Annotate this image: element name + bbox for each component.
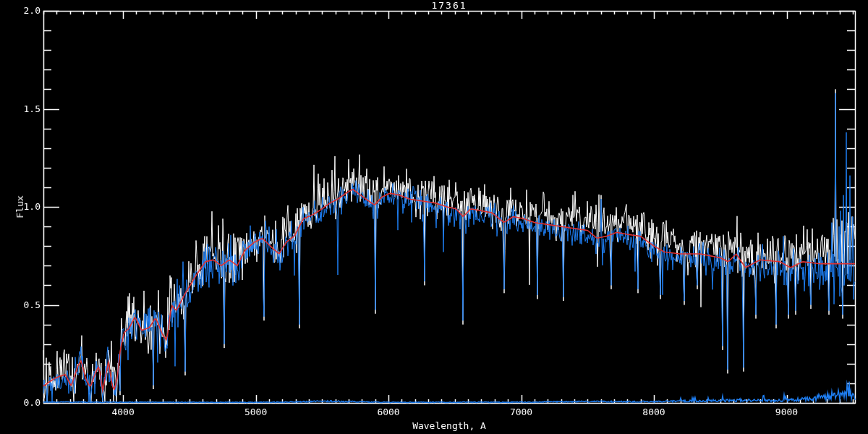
x-tick-label: 4000 — [100, 407, 146, 418]
y-tick-label: 1.0 — [6, 201, 41, 213]
y-tick-label: 0.0 — [6, 397, 41, 409]
x-tick-label: 7000 — [498, 407, 545, 418]
x-axis-title: Wavelength, A — [43, 420, 855, 432]
x-tick-label: 6000 — [365, 407, 412, 418]
spectrum-plot-canvas — [0, 0, 868, 434]
plot-title: 17361 — [43, 0, 855, 12]
y-tick-label: 2.0 — [6, 5, 41, 17]
x-tick-label: 5000 — [233, 407, 279, 418]
x-tick-label: 9000 — [764, 407, 810, 418]
y-tick-label: 1.5 — [6, 103, 41, 115]
x-tick-label: 8000 — [631, 407, 677, 418]
y-tick-label: 0.5 — [6, 299, 41, 311]
spectrum-plot-window: 17361 Wavelength, A Flux 400050006000700… — [0, 0, 868, 434]
